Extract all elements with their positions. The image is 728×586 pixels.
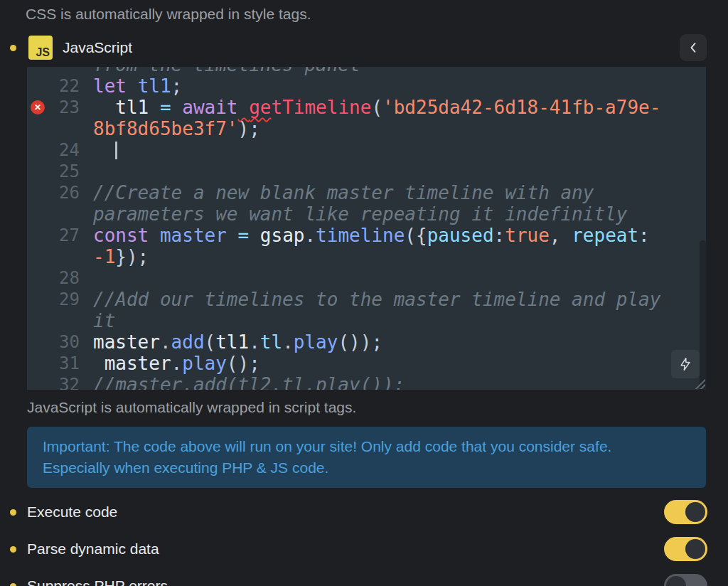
code-line-text: 8bf8d65be3f7'); <box>82 118 260 139</box>
code-line-text: //Add our timelines to the master timeli… <box>82 289 660 310</box>
toggle-row: Suppress PHP errors <box>0 568 728 586</box>
lightning-icon <box>678 356 692 372</box>
chevron-left-icon <box>686 41 700 55</box>
code-line-text: //Create a new blank master timeline wit… <box>82 182 594 203</box>
toggle-knob <box>685 539 705 559</box>
warning-banner: Important: The code above will run on yo… <box>27 427 706 488</box>
code-line-text: //master.add(tl2.tl.play()); <box>82 374 405 390</box>
toggle-label: Suppress PHP errors <box>27 577 168 586</box>
toggle-knob <box>666 576 686 586</box>
bullet-icon <box>10 546 16 553</box>
code-line-text: let tl1; <box>82 75 182 97</box>
bullet-icon <box>10 583 16 586</box>
code-line[interactable]: 23✕ tl1 = await getTimeline('bd25da42-6d… <box>27 97 706 118</box>
code-line[interactable]: 32//master.add(tl2.tl.play()); <box>27 374 706 390</box>
code-line[interactable]: 25 <box>27 161 706 182</box>
line-number: 28 <box>27 267 82 289</box>
code-line-text: master.add(tl1.tl.play()); <box>82 331 382 353</box>
line-number: 32 <box>27 374 82 390</box>
bullet-icon <box>10 509 16 516</box>
code-line[interactable]: 8bf8d65be3f7'); <box>27 118 706 139</box>
line-number <box>27 203 82 225</box>
javascript-icon-label: JS <box>36 46 50 59</box>
code-line[interactable]: 24 <box>27 139 706 161</box>
code-line[interactable]: 22let tl1; <box>27 75 706 97</box>
code-editor[interactable]: from the timelines panel22let tl1;23✕ tl… <box>27 67 706 390</box>
code-line-text <box>82 267 93 289</box>
toggle-knob <box>685 502 705 522</box>
line-number: 26 <box>27 182 82 203</box>
code-line-text: it <box>82 310 115 331</box>
code-line[interactable]: 30master.add(tl1.tl.play()); <box>27 331 706 353</box>
toggle-label: Execute code <box>27 504 117 521</box>
line-number: 23✕ <box>27 97 82 118</box>
toggle-switch[interactable] <box>664 500 707 524</box>
code-line-text <box>82 161 93 182</box>
line-number: 27 <box>27 225 82 246</box>
line-number <box>27 67 82 75</box>
code-line[interactable]: -1}); <box>27 246 706 267</box>
code-line[interactable]: from the timelines panel <box>27 67 706 75</box>
line-number: 31 <box>27 353 82 374</box>
toggle-row: Parse dynamic data <box>0 531 728 568</box>
javascript-icon: JS <box>28 36 53 60</box>
code-line-text: -1}); <box>82 246 149 267</box>
bullet-icon <box>10 45 16 51</box>
code-line[interactable]: 26//Create a new blank master timeline w… <box>27 182 706 203</box>
code-lines: from the timelines panel22let tl1;23✕ tl… <box>27 67 706 390</box>
line-number <box>27 118 82 139</box>
code-line-text: tl1 = await getTimeline('bd25da42-6d18-4… <box>82 97 660 118</box>
code-line[interactable]: parameters we want like repeating it ind… <box>27 203 706 225</box>
lightning-action-button[interactable] <box>671 350 700 378</box>
line-number: 25 <box>27 161 82 182</box>
toggles: Execute codeParse dynamic dataSuppress P… <box>0 494 728 586</box>
line-number: 29 <box>27 289 82 310</box>
section-title: JavaScript <box>63 39 132 56</box>
code-line-text: const master = gsap.timeline({paused:tru… <box>82 225 650 246</box>
code-line-text <box>82 139 117 161</box>
toggle-label: Parse dynamic data <box>27 540 159 558</box>
code-line[interactable]: it <box>27 310 706 331</box>
line-number: 30 <box>27 331 82 353</box>
editor-scrollbar[interactable] <box>700 240 706 390</box>
line-number: 22 <box>27 75 82 97</box>
warning-line-1: Important: The code above will run on yo… <box>43 436 690 457</box>
css-note: CSS is automatically wrapped in style ta… <box>26 6 707 23</box>
code-line[interactable]: 27const master = gsap.timeline({paused:t… <box>27 225 706 246</box>
toggle-switch[interactable] <box>664 537 707 561</box>
warning-line-2: Especially when executing PHP & JS code. <box>43 457 690 479</box>
line-number <box>27 310 82 331</box>
line-number <box>27 246 82 267</box>
code-line[interactable]: 29//Add our timelines to the master time… <box>27 289 706 310</box>
code-line-text: parameters we want like repeating it ind… <box>82 203 627 225</box>
js-note: JavaScript is automatically wrapped in s… <box>27 399 707 416</box>
code-line-text: master.play(); <box>82 353 260 374</box>
error-icon: ✕ <box>31 100 45 114</box>
toggle-switch[interactable] <box>664 574 707 586</box>
code-line[interactable]: 28 <box>27 267 706 289</box>
collapse-button[interactable] <box>680 34 707 61</box>
line-number: 24 <box>27 139 82 161</box>
code-line-text: from the timelines panel <box>82 67 360 75</box>
toggle-row: Execute code <box>0 494 728 531</box>
code-line[interactable]: 31 master.play(); <box>27 353 706 374</box>
javascript-section-header: JS JavaScript <box>0 33 707 63</box>
